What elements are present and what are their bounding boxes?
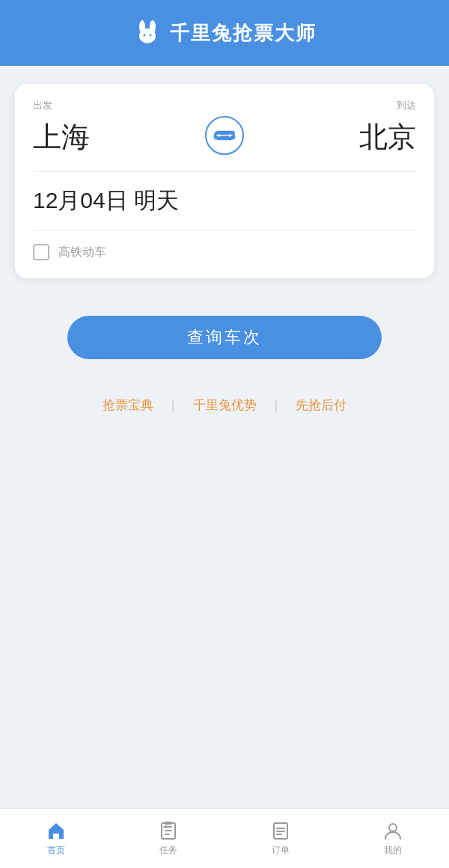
nav-task[interactable]: 任务 [138,820,198,857]
search-button[interactable]: 查询车次 [67,316,382,359]
from-label: 出发 [33,99,90,112]
svg-point-4 [144,34,146,37]
rabbit-logo-icon [132,18,162,48]
svg-point-1 [139,20,145,34]
app-header: 千里兔抢票大师 [0,0,449,66]
train-icon [213,128,236,143]
train-circle [205,116,244,155]
nav-profile-label: 我的 [384,844,402,857]
svg-point-11 [389,824,397,831]
to-city: 北京 [359,118,416,156]
svg-point-2 [150,20,156,34]
link-ticket-guide[interactable]: 抢票宝典 [85,397,171,414]
highspeed-checkbox[interactable] [33,244,49,260]
nav-home-label: 首页 [47,844,65,857]
app-title: 千里兔抢票大师 [170,20,317,46]
filter-section[interactable]: 高铁动车 [33,230,416,263]
bottom-nav: 首页 任务 订单 [0,808,449,868]
nav-order[interactable]: 订单 [251,820,311,857]
departure-side[interactable]: 出发 上海 [33,99,90,156]
swap-train-icon[interactable] [205,116,244,155]
link-advantages[interactable]: 千里兔优势 [175,397,275,414]
route-section: 出发 上海 到达 北京 [33,99,416,172]
svg-point-5 [150,34,152,37]
task-icon [158,820,179,841]
links-row: 抢票宝典 | 千里兔优势 | 先抢后付 [85,397,364,414]
nav-profile[interactable]: 我的 [363,820,423,857]
highspeed-label: 高铁动车 [58,245,106,260]
link-pay-later[interactable]: 先抢后付 [278,397,364,414]
order-icon [270,820,291,841]
arrival-side[interactable]: 到达 北京 [359,99,416,156]
nav-order-label: 订单 [272,844,290,857]
svg-point-7 [228,134,231,137]
svg-point-6 [218,134,221,137]
profile-icon [382,820,403,841]
nav-task-label: 任务 [159,844,177,857]
svg-rect-9 [165,822,172,825]
home-icon [46,820,67,841]
date-section[interactable]: 12月04日 明天 [33,172,416,230]
departure-date: 12月04日 明天 [33,188,179,213]
main-content: 出发 上海 到达 北京 [0,66,449,808]
nav-home[interactable]: 首页 [26,820,86,857]
search-card: 出发 上海 到达 北京 [15,84,434,278]
to-label: 到达 [359,99,416,112]
from-city: 上海 [33,118,90,156]
svg-point-3 [142,31,153,42]
